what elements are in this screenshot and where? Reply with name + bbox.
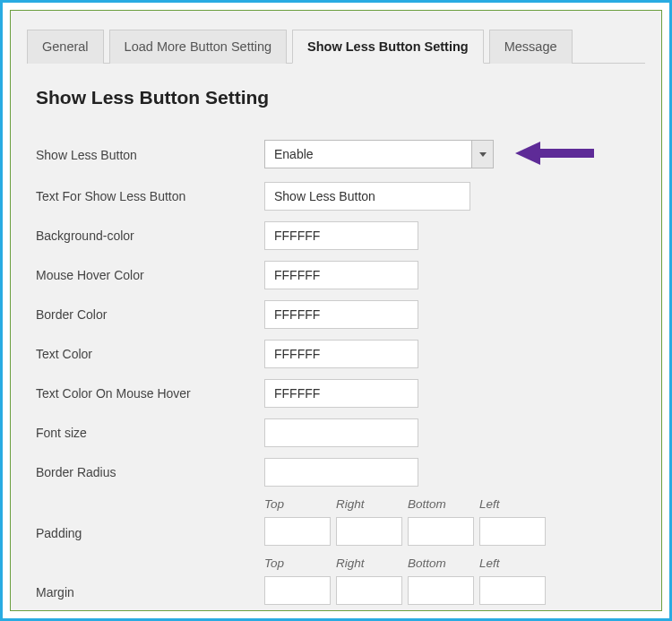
tab-message[interactable]: Message xyxy=(489,30,573,64)
svg-marker-0 xyxy=(515,142,540,165)
margin-right-label: Right xyxy=(336,556,402,573)
tab-load-more[interactable]: Load More Button Setting xyxy=(109,30,287,64)
padding-top-input[interactable] xyxy=(264,517,331,546)
label-border-radius: Border Radius xyxy=(27,453,264,492)
text-color-input[interactable] xyxy=(264,340,418,368)
label-font-size: Font size xyxy=(27,413,264,453)
padding-group: Top Right Bottom Left xyxy=(264,497,551,546)
tab-general[interactable]: General xyxy=(27,30,104,64)
settings-form: Show Less Button Enable xyxy=(27,134,645,611)
margin-left-input[interactable] xyxy=(479,576,546,605)
border-color-input[interactable] xyxy=(264,300,418,329)
padding-left-label: Left xyxy=(479,497,546,513)
margin-left-label: Left xyxy=(479,556,546,573)
padding-top-label: Top xyxy=(264,497,331,513)
padding-left-input[interactable] xyxy=(479,517,546,546)
label-text-color-hover: Text Color On Mouse Hover xyxy=(27,374,264,413)
label-text-color: Text Color xyxy=(27,334,264,374)
padding-right-label: Right xyxy=(336,497,402,513)
padding-bottom-input[interactable] xyxy=(408,517,474,546)
text-for-input[interactable] xyxy=(264,182,470,211)
show-less-select-arrow[interactable] xyxy=(471,141,493,168)
font-size-input[interactable] xyxy=(264,418,418,447)
label-text-for: Text For Show Less Button xyxy=(27,177,264,216)
tab-show-less[interactable]: Show Less Button Setting xyxy=(292,30,484,64)
label-bg-color: Background-color xyxy=(27,216,264,255)
margin-bottom-label: Bottom xyxy=(408,556,474,573)
arrow-annotation-icon xyxy=(515,139,598,171)
margin-bottom-input[interactable] xyxy=(408,576,474,605)
padding-right-input[interactable] xyxy=(336,517,402,546)
tabs-nav: General Load More Button Setting Show Le… xyxy=(27,29,645,64)
padding-bottom-label: Bottom xyxy=(408,497,474,513)
show-less-select-value: Enable xyxy=(265,141,471,168)
label-border-color: Border Color xyxy=(27,295,264,334)
border-radius-input[interactable] xyxy=(264,458,418,487)
margin-right-input[interactable] xyxy=(336,576,402,605)
page-title: Show Less Button Setting xyxy=(36,87,645,108)
outer-frame: General Load More Button Setting Show Le… xyxy=(0,0,672,621)
label-padding: Padding xyxy=(27,492,264,551)
bg-color-input[interactable] xyxy=(264,221,418,250)
hover-color-input[interactable] xyxy=(264,261,418,289)
label-hover-color: Mouse Hover Color xyxy=(27,255,264,295)
margin-group: Top Right Bottom Left xyxy=(264,556,551,605)
label-show-less-button: Show Less Button xyxy=(27,134,264,177)
margin-top-input[interactable] xyxy=(264,576,331,605)
chevron-down-icon xyxy=(479,152,487,157)
margin-top-label: Top xyxy=(264,556,331,573)
settings-panel: General Load More Button Setting Show Le… xyxy=(10,10,662,611)
text-color-hover-input[interactable] xyxy=(264,379,418,408)
show-less-select[interactable]: Enable xyxy=(264,140,494,168)
svg-rect-1 xyxy=(538,149,594,158)
label-margin: Margin xyxy=(27,551,264,610)
